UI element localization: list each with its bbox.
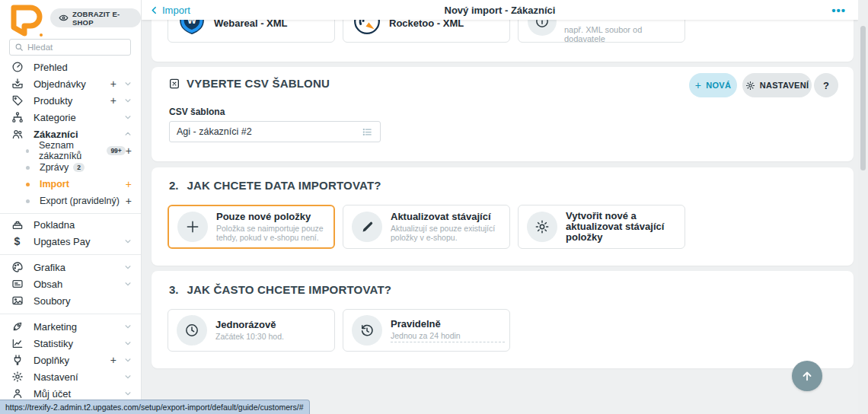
step3-panel: 3. JAK ČASTO CHCETE IMPORTOVAT? Jednoráz… [152, 271, 854, 368]
sidebar-subitem-import[interactable]: Import + [0, 176, 141, 193]
sidebar-subitem-zpravy[interactable]: Zprávy 2 [0, 159, 141, 176]
more-menu-button[interactable]: ••• [831, 4, 846, 17]
sidebar-item-grafika[interactable]: Grafika [0, 259, 141, 275]
option-title: Jednorázově [215, 320, 284, 330]
source-card-subtitle: např. XML soubor od dodavatele [564, 25, 685, 43]
dollar-icon: $ [11, 235, 24, 248]
bullet-icon [26, 166, 30, 170]
list-icon [362, 126, 373, 138]
count-badge: 2 [73, 163, 85, 173]
chevron-down-icon[interactable] [124, 323, 132, 330]
option-desc: Aktualizují se pouze existující položky … [391, 224, 503, 242]
csv-template-label: CSV šablona [169, 107, 225, 117]
option-desc: Položka se naimportuje pouze tehdy, poku… [216, 224, 327, 242]
option-title: Vytvořit nové a aktualizovat stávající p… [566, 211, 678, 243]
status-url: https://trexify-2.admin.t2.upgates.com/s… [5, 403, 304, 412]
gear-icon [745, 81, 755, 91]
plus-icon [177, 212, 208, 242]
step2-heading: JAK CHCETE DATA IMPORTOVAT? [187, 179, 381, 192]
chevron-down-icon[interactable] [124, 97, 132, 104]
chevron-down-icon[interactable] [124, 373, 132, 381]
sidebar-subitem-export[interactable]: Export (pravidelný) + [0, 193, 141, 209]
sidebar-item-pokladna[interactable]: Pokladna [0, 216, 141, 233]
chevron-down-icon[interactable] [124, 237, 132, 245]
csv-template-value: Agi - zákazníci #2 [177, 126, 252, 137]
option-create-and-update[interactable]: Vytvořit nové a aktualizovat stávající p… [518, 205, 685, 249]
plus-icon: + [695, 79, 701, 91]
sidebar-item-upgates-pay[interactable]: $ Upgates Pay [0, 233, 141, 250]
clock-icon [177, 315, 207, 346]
add-button[interactable]: + [126, 145, 132, 156]
chevron-down-icon[interactable] [124, 339, 132, 347]
gear-icon [527, 212, 557, 242]
show-eshop-button[interactable]: ZOBRAZIT E-SHOP [50, 8, 141, 27]
pencil-icon [352, 212, 382, 242]
bullet-icon [26, 149, 29, 153]
count-badge: 99+ [107, 146, 125, 156]
vertical-scrollbar [858, 0, 868, 414]
chevron-down-icon[interactable] [124, 113, 132, 121]
divider [0, 250, 141, 259]
sidebar-item-soubory[interactable]: Soubory [0, 292, 141, 309]
chevron-down-icon[interactable] [124, 80, 132, 88]
sidebar: ZOBRAZIT E-SHOP Přehled Objednávky [0, 0, 142, 414]
template-settings-button[interactable]: NASTAVENÍ [742, 73, 812, 97]
option-title: Pravidelně [391, 319, 505, 330]
option-recurring[interactable]: Pravidelně Jednou za 24 hodin [343, 309, 510, 352]
add-button[interactable]: + [110, 78, 116, 89]
magnifier-icon [14, 43, 24, 52]
rocket-icon [11, 320, 24, 333]
upgates-logo[interactable] [8, 5, 46, 38]
cash-register-icon [11, 218, 24, 231]
option-only-new-items[interactable]: Pouze nové položky Položka se naimportuj… [168, 205, 335, 249]
sidebar-subitem-seznam-zakazniku[interactable]: Seznam zákazníků 99+ + [0, 142, 141, 159]
sidebar-item-statistiky[interactable]: Statistiky [0, 335, 141, 352]
eye-icon [59, 13, 69, 23]
history-icon [352, 315, 382, 346]
back-link-import[interactable]: Import [149, 5, 190, 16]
chevron-down-icon[interactable] [124, 263, 132, 271]
gauge-icon [11, 61, 24, 74]
sidebar-item-marketing[interactable]: Marketing [0, 318, 141, 335]
chevron-down-icon[interactable] [124, 280, 132, 288]
topbar: Import Nový import - Zákazníci ••• [142, 0, 858, 20]
add-button[interactable]: + [126, 196, 132, 206]
new-template-button[interactable]: + NOVÁ [689, 73, 737, 97]
search-input[interactable] [27, 43, 126, 52]
content-card-icon [11, 278, 24, 291]
option-desc-editable: Jednou za 24 hodin [391, 331, 505, 342]
sidebar-nav: Přehled Objednávky + [0, 59, 141, 402]
step2-number: 2. [169, 179, 179, 192]
users-icon [11, 128, 24, 141]
option-update-existing[interactable]: Aktualizovat stávající Aktualizují se po… [343, 205, 510, 249]
scrollbar-thumb[interactable] [860, 26, 866, 170]
link-status-bar: https://trexify-2.admin.t2.upgates.com/s… [0, 400, 310, 414]
step3-heading: JAK ČASTO CHCETE IMPORTOVAT? [187, 283, 392, 296]
add-button[interactable]: + [110, 355, 116, 365]
option-desc: Začátek 10:30 hod. [215, 332, 284, 341]
sidebar-item-kategorie[interactable]: Kategorie [0, 109, 141, 126]
sidebar-item-prehled[interactable]: Přehled [0, 59, 141, 75]
file-x-icon [168, 78, 180, 90]
csv-section-title: VYBERTE CSV ŠABLONU [187, 77, 330, 90]
csv-template-panel: VYBERTE CSV ŠABLONU + NOVÁ NASTAVENÍ ? C… [152, 67, 854, 161]
sidebar-item-obsah[interactable]: Obsah [0, 275, 141, 292]
sidebar-item-produkty[interactable]: Produkty + [0, 92, 141, 109]
bullet-icon [26, 199, 30, 203]
gear-icon [11, 371, 24, 384]
add-button[interactable]: + [126, 179, 132, 189]
add-button[interactable]: + [110, 95, 116, 106]
sidebar-search[interactable] [9, 39, 131, 56]
option-title: Pouze nové položky [216, 212, 327, 222]
chevron-down-icon[interactable] [124, 390, 132, 397]
scroll-to-top-button[interactable] [792, 361, 822, 391]
sidebar-item-nastaveni[interactable]: Nastavení [0, 368, 141, 385]
sidebar-item-doplnky[interactable]: Doplňky + [0, 352, 141, 368]
chevron-down-icon[interactable] [124, 356, 132, 364]
sidebar-item-objednavky[interactable]: Objednávky + [0, 75, 141, 92]
csv-template-select[interactable]: Agi - zákazníci #2 [169, 121, 381, 142]
option-one-time[interactable]: Jednorázově Začátek 10:30 hod. [168, 309, 335, 352]
chevron-up-icon[interactable] [124, 130, 132, 138]
help-button[interactable]: ? [814, 73, 838, 97]
line-chart-icon [11, 337, 24, 350]
